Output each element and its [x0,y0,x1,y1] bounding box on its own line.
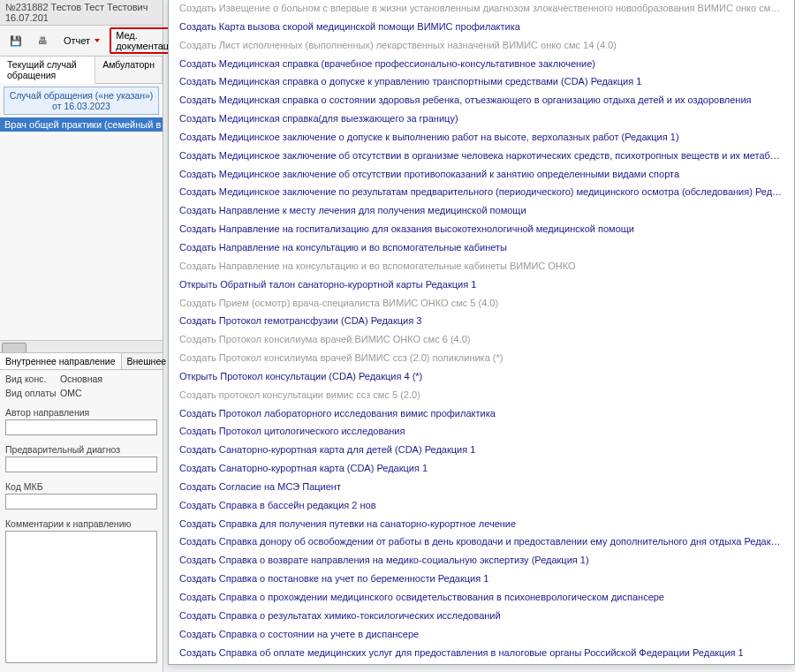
menu-item[interactable]: Создать Медицинское заключение об отсутс… [169,147,794,165]
menu-item[interactable]: Создать Медицинское заключение о допуске… [169,128,794,147]
comments-textarea[interactable] [5,531,157,663]
menu-item[interactable]: Создать Справка о постановке на учет по … [169,570,794,588]
case-tabs: Текущий случай обращения Амбулаторн [0,57,163,84]
menu-item[interactable]: Создать Справка об оплате медицинских ус… [169,644,794,662]
vid-oplaty-label: Вид оплаты [5,388,57,398]
menu-item[interactable]: Создать Медицинское заключение по резуль… [169,183,794,201]
menu-item: Создать Извещение о больном с впервые в … [169,0,794,18]
mkb-label: Код МКБ [5,481,157,492]
preddiag-input[interactable] [5,457,157,472]
author-input[interactable] [5,419,157,435]
report-dropdown[interactable]: Отчет [57,33,106,49]
menu-item: Создать Протокол консилиума врачей ВИМИС… [169,349,794,367]
menu-item[interactable]: Создать Карта вызова скорой медицинской … [169,18,794,36]
menu-item[interactable]: Открыть Обратный талон санаторно-курортн… [169,276,794,294]
toolbar: 💾 🖶 Отчет Мед. документация [0,26,163,57]
menu-item[interactable]: Создать Справка о возврате направления н… [169,551,794,570]
comments-label: Комментарии к направлению [5,518,157,529]
menu-item[interactable]: Создать Направление к месту лечения для … [169,201,794,220]
print-icon: 🖶 [38,35,48,46]
menu-item[interactable]: Создать Медицинская справка (врачебное п… [169,55,794,73]
vid-kons-label: Вид конс. [5,374,57,384]
med-doc-menu: Создать Извещение о больном с впервые в … [168,0,795,665]
menu-item[interactable]: Создать Протокол цитологического исследо… [169,422,794,441]
menu-item[interactable]: Создать Протокол лабораторного исследова… [169,404,794,423]
direction-form: Вид конс. Основная Вид оплаты ОМС Автор … [0,370,163,672]
save-icon: 💾 [10,35,22,47]
menu-item[interactable]: Создать Справка об отказе в направлении … [169,661,794,665]
menu-item[interactable]: Создать Справка для получения путевки на… [169,515,794,533]
tab-internal-direction[interactable]: Внутреннее направление [0,353,122,369]
print-button[interactable]: 🖶 [32,33,54,49]
menu-item[interactable]: Создать Медицинское заключение об отсутс… [169,165,794,184]
tree-area [0,132,163,352]
menu-item[interactable]: Создать Справка донору об освобождении о… [169,532,794,551]
mkb-input[interactable] [5,494,157,510]
author-label: Автор направления [5,407,157,418]
menu-item[interactable]: Создать Согласие на МСЭ Пациент [169,478,794,496]
menu-item[interactable]: Создать Справка о результатах химико-ток… [169,607,794,625]
menu-item: Создать Прием (осмотр) врача-специалиста… [169,294,794,313]
menu-item[interactable]: Создать Справка о состоянии на учете в д… [169,625,794,644]
menu-item[interactable]: Создать Санаторно-курортная карта (CDA) … [169,459,794,478]
menu-item: Создать протокол консультации вимис ссз … [169,386,794,404]
menu-item[interactable]: Создать Медицинская справка(для выезжающ… [169,109,794,128]
case-info[interactable]: Случай обращения («не указан») от 16.03.… [4,87,159,115]
menu-item[interactable]: Создать Медицинская справка о состоянии … [169,91,794,109]
report-label: Отчет [64,35,90,46]
tab-current-case[interactable]: Текущий случай обращения [0,57,95,84]
case-info-line2: от 16.03.2023 [8,101,155,111]
chevron-down-icon [95,39,100,42]
menu-item[interactable]: Создать Медицинская справка о допуске к … [169,72,794,91]
horizontal-scrollbar[interactable] [0,340,163,352]
menu-item: Создать Протокол консилиума врачей ВИМИС… [169,330,794,349]
menu-item[interactable]: Открыть Протокол консультации (CDA) Реда… [169,367,794,386]
menu-item[interactable]: Создать Справка в бассейн редакция 2 нов [169,496,794,515]
vid-oplaty-value[interactable]: ОМС [60,388,157,398]
menu-item[interactable]: Создать Протокол гемотрансфузии (CDA) Ре… [169,312,794,330]
tab-outpatient[interactable]: Амбулаторн [95,57,163,83]
menu-item: Создать Направление на консультацию и во… [169,257,794,276]
sidebar: №231882 Тестов Тест Тестович 16.07.201 💾… [0,0,163,672]
save-button[interactable]: 💾 [4,33,28,49]
menu-item[interactable]: Создать Направление на консультацию и во… [169,238,794,257]
case-info-line1: Случай обращения («не указан») [8,90,155,101]
direction-tabs: Внутреннее направление Внешнее на [0,352,163,370]
menu-item[interactable]: Создать Справка о прохождении медицинско… [169,588,794,607]
menu-item: Создать Лист исполненных (выполненных) л… [169,36,794,55]
patient-header: №231882 Тестов Тест Тестович 16.07.201 [0,0,163,26]
menu-item[interactable]: Создать Направление на госпитализацию дл… [169,220,794,238]
vid-kons-value[interactable]: Основная [60,374,157,384]
preddiag-label: Предварительный диагноз [5,444,157,455]
menu-item[interactable]: Создать Санаторно-курортная карта для де… [169,441,794,459]
doctor-row[interactable]: Врач общей практики (семейный в [0,117,163,132]
